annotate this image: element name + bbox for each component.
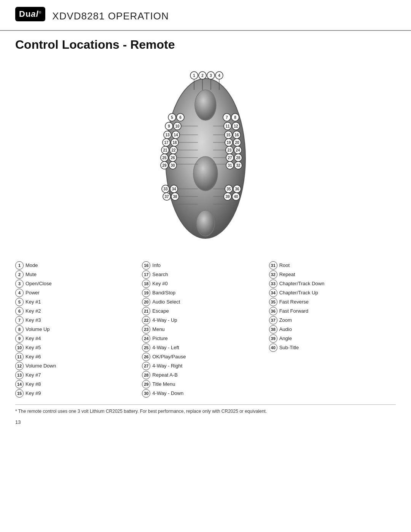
legend-item-num: 28 [142, 371, 150, 379]
legend-item-label: 4-Way - Up [152, 316, 177, 324]
legend-item: 38Audio [269, 325, 396, 334]
svg-text:19: 19 [226, 141, 231, 145]
svg-text:1: 1 [193, 73, 195, 78]
legend-item-label: Audio Select [152, 298, 180, 306]
svg-text:17: 17 [164, 141, 169, 145]
legend-item: 36Fast Forward [269, 307, 396, 315]
legend-item-label: Info [152, 262, 161, 269]
legend-item-num: 23 [142, 325, 150, 334]
legend-item: 20Audio Select [142, 298, 269, 306]
legend-item-num: 8 [15, 325, 24, 334]
legend-item: 21Escape [142, 307, 269, 315]
legend-col-2: 16Info17Search18Key #019Band/Stop20Audio… [142, 261, 269, 398]
legend-item-label: Fast Reverse [279, 298, 309, 306]
legend-item: 24Picture [142, 334, 269, 343]
legend-item-label: Escape [152, 307, 169, 315]
logo-box: Dual® [15, 7, 45, 21]
legend-item-num: 39 [269, 334, 277, 343]
svg-text:32: 32 [236, 163, 241, 168]
legend-col-3: 31Root32Repeat33Chapter/Track Down34Chap… [269, 261, 396, 398]
legend-item: 8Volume Up [15, 325, 142, 334]
legend-item-num: 21 [142, 307, 150, 315]
svg-text:18: 18 [172, 141, 177, 145]
svg-text:24: 24 [236, 148, 240, 152]
legend-item: 5Key #1 [15, 298, 142, 306]
legend-item-num: 26 [142, 353, 150, 361]
legend-item-num: 16 [142, 261, 150, 270]
legend-item-label: Angle [279, 335, 292, 342]
svg-text:26: 26 [170, 156, 175, 160]
legend-item-label: Root [279, 262, 290, 269]
legend-item: 10Key #5 [15, 343, 142, 352]
legend-item-label: Repeat A-B [152, 371, 178, 379]
legend-item: 16Info [142, 261, 269, 270]
remote-diagram: 1 2 3 4 5 6 7 8 9 10 11 12 13 14 15 16 [114, 59, 297, 250]
svg-text:22: 22 [171, 148, 176, 152]
legend-item-label: Key #0 [152, 280, 167, 288]
legend-item: 23Menu [142, 325, 269, 334]
legend-item-num: 31 [269, 261, 277, 270]
legend-item-label: 4-Way - Left [152, 344, 179, 351]
svg-text:20: 20 [235, 141, 239, 145]
svg-text:5: 5 [171, 115, 173, 120]
legend-item-num: 3 [15, 280, 24, 288]
legend-item: 33Chapter/Track Down [269, 280, 396, 288]
legend-item-label: Power [25, 289, 40, 297]
logo-container: Dual® audio·video [15, 7, 45, 26]
legend-item: 28Repeat A-B [142, 371, 269, 379]
legend-item-num: 1 [15, 261, 24, 270]
legend-item-num: 7 [15, 316, 24, 324]
svg-text:9: 9 [168, 124, 170, 128]
legend-item: 1Mode [15, 261, 142, 270]
legend-item: 19Band/Stop [142, 289, 269, 297]
legend-item-label: Search [152, 271, 168, 278]
legend-item-num: 25 [142, 343, 150, 352]
legend-item: 32Repeat [269, 270, 396, 279]
svg-text:13: 13 [165, 133, 170, 137]
legend-item: 224-Way - Up [142, 316, 269, 324]
legend-item-num: 38 [269, 325, 277, 334]
legend-item: 26OK/Play/Pause [142, 353, 269, 361]
legend-item-num: 14 [15, 380, 24, 388]
legend-item-num: 18 [142, 280, 150, 288]
legend-item: 304-Way - Down [142, 389, 269, 398]
legend-item-num: 29 [142, 380, 150, 388]
legend-item-num: 11 [15, 353, 24, 361]
legend-item-num: 35 [269, 298, 277, 306]
svg-text:10: 10 [175, 124, 180, 128]
legend-item: 6Key #2 [15, 307, 142, 315]
svg-text:14: 14 [174, 133, 178, 137]
legend-item-num: 34 [269, 289, 277, 297]
svg-text:21: 21 [163, 148, 167, 152]
svg-text:34: 34 [172, 187, 176, 191]
legend-item: 14Key #8 [15, 380, 142, 388]
legend-item: 35Fast Reverse [269, 298, 396, 306]
legend-item-label: Repeat [279, 271, 295, 278]
svg-text:28: 28 [236, 156, 241, 160]
svg-text:7: 7 [226, 115, 228, 120]
legend-item: 3Open/Close [15, 280, 142, 288]
svg-text:29: 29 [162, 163, 167, 168]
legend-item-num: 24 [142, 334, 150, 343]
svg-text:12: 12 [234, 124, 238, 128]
legend-item-num: 5 [15, 298, 24, 306]
header: Dual® audio·video XDVD8281 OPERATION [0, 0, 411, 31]
legend-item-num: 13 [15, 371, 24, 379]
svg-text:39: 39 [225, 195, 230, 199]
legend-item-label: Title Menu [152, 380, 175, 388]
legend-item-num: 27 [142, 362, 150, 370]
legend-item-label: Key #5 [25, 344, 41, 351]
legend-item-num: 17 [142, 270, 150, 279]
legend-item-num: 10 [15, 343, 24, 352]
legend-item-label: Key #2 [25, 307, 41, 315]
svg-text:3: 3 [210, 73, 212, 78]
legend-item-num: 2 [15, 270, 24, 279]
legend-col-1: 1Mode2Mute3Open/Close4Power5Key #16Key #… [15, 261, 142, 398]
legend-item-label: 4-Way - Down [152, 390, 183, 397]
svg-text:37: 37 [164, 195, 169, 199]
svg-text:35: 35 [226, 187, 231, 191]
legend-item-num: 32 [269, 270, 277, 279]
svg-text:27: 27 [228, 156, 232, 160]
legend-item-num: 15 [15, 389, 24, 398]
legend-item-label: Fast Forward [279, 307, 309, 315]
